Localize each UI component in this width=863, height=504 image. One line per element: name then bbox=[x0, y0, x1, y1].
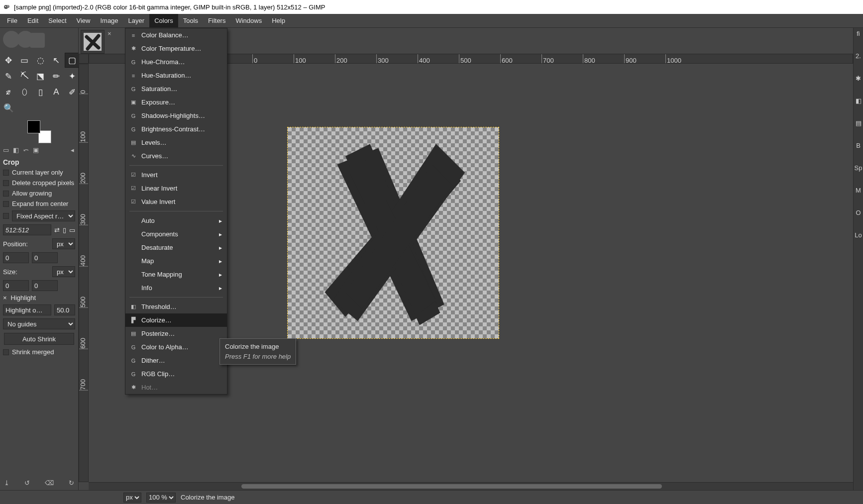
menu-layer[interactable]: Layer bbox=[123, 14, 150, 27]
landscape-icon[interactable]: ▭ bbox=[69, 226, 75, 234]
menu-filters[interactable]: Filters bbox=[203, 14, 230, 27]
menu-item-brightness-contrast[interactable]: GBrightness-Contrast… bbox=[125, 122, 227, 136]
status-zoom-select[interactable]: 100 % bbox=[146, 493, 176, 503]
menu-item-rgb-clip[interactable]: GRGB Clip… bbox=[125, 367, 227, 381]
mini-icon[interactable]: ▭ bbox=[2, 146, 10, 154]
tool-button[interactable]: ✎ bbox=[1, 69, 16, 84]
fixed-select[interactable]: Fixed Aspect r… bbox=[12, 210, 75, 221]
save-options-icon[interactable]: ⤓ bbox=[4, 479, 9, 487]
size-h[interactable] bbox=[32, 280, 58, 291]
option-checkbox[interactable] bbox=[3, 201, 9, 207]
fixed-checkbox[interactable] bbox=[3, 213, 9, 219]
tool-button[interactable]: ⬔ bbox=[33, 69, 48, 84]
menu-item-components[interactable]: Components▸ bbox=[125, 227, 227, 241]
mini-icon[interactable]: ◂ bbox=[68, 146, 76, 154]
mini-icon[interactable]: ▣ bbox=[32, 146, 40, 154]
tool-button[interactable]: ▭ bbox=[17, 53, 32, 68]
tool-button[interactable]: ◌ bbox=[33, 53, 48, 68]
dock-tab-sliver[interactable]: 2. bbox=[856, 52, 861, 60]
dock-tab-sliver[interactable]: Sp bbox=[855, 164, 863, 172]
tool-button[interactable]: A bbox=[49, 85, 64, 100]
menu-select[interactable]: Select bbox=[43, 14, 71, 27]
menu-item-curves[interactable]: ∿Curves… bbox=[125, 149, 227, 163]
status-unit-select[interactable]: px bbox=[123, 493, 141, 503]
menu-colors[interactable]: Colors bbox=[149, 14, 178, 27]
reset-options-icon[interactable]: ↻ bbox=[69, 479, 74, 487]
menu-item-threshold[interactable]: ◧Threshold… bbox=[125, 300, 227, 313]
menu-item-info[interactable]: Info▸ bbox=[125, 281, 227, 295]
menu-item-shadows-highlights[interactable]: GShadows-Highlights… bbox=[125, 109, 227, 122]
position-x[interactable] bbox=[3, 252, 29, 263]
tool-button[interactable]: ⬯ bbox=[17, 85, 32, 100]
menu-tools[interactable]: Tools bbox=[178, 14, 203, 27]
menu-edit[interactable]: Edit bbox=[22, 14, 43, 27]
menu-item-desaturate[interactable]: Desaturate▸ bbox=[125, 241, 227, 254]
position-y[interactable] bbox=[32, 252, 58, 263]
mini-icon[interactable]: ⤺ bbox=[22, 146, 30, 154]
dock-tab-sliver[interactable]: O bbox=[856, 209, 861, 216]
restore-options-icon[interactable]: ↺ bbox=[24, 479, 30, 487]
aspect-field[interactable] bbox=[3, 224, 51, 235]
guides-select[interactable]: No guides bbox=[3, 318, 75, 329]
tool-button[interactable]: ⸙ bbox=[1, 85, 16, 100]
mini-icon[interactable]: ◧ bbox=[12, 146, 20, 154]
scrollbar-thumb[interactable] bbox=[241, 484, 662, 489]
option-checkbox[interactable] bbox=[3, 180, 9, 186]
canvas-horizontal-scrollbar[interactable] bbox=[89, 482, 853, 490]
image-tab[interactable] bbox=[81, 30, 105, 54]
tool-button[interactable]: ✏ bbox=[49, 69, 64, 84]
position-unit[interactable]: px bbox=[52, 238, 75, 249]
highlight-opt-field[interactable] bbox=[3, 304, 51, 315]
size-unit[interactable]: px bbox=[52, 266, 75, 277]
tool-button[interactable]: 🔍 bbox=[1, 101, 16, 115]
menu-item-color-to-alpha[interactable]: GColor to Alpha… bbox=[125, 340, 227, 354]
menu-image[interactable]: Image bbox=[95, 14, 123, 27]
dock-tab-sliver[interactable]: fi bbox=[857, 30, 860, 37]
menu-item-saturation[interactable]: GSaturation… bbox=[125, 82, 227, 96]
menu-item-hue-chroma[interactable]: GHue-Chroma… bbox=[125, 55, 227, 69]
size-w[interactable] bbox=[3, 280, 29, 291]
dock-tab-sliver[interactable]: Lo bbox=[855, 231, 862, 239]
tool-button[interactable]: ▢ bbox=[65, 53, 80, 68]
dock-tab-sliver[interactable]: M bbox=[856, 187, 861, 194]
menu-item-auto[interactable]: Auto▸ bbox=[125, 214, 227, 227]
fg-color-swatch[interactable] bbox=[27, 120, 40, 133]
menu-item-levels[interactable]: ▤Levels… bbox=[125, 136, 227, 149]
ruler-origin-button[interactable] bbox=[79, 54, 89, 64]
tool-button[interactable]: ↖ bbox=[49, 53, 64, 68]
menu-item-posterize[interactable]: ▤Posterize… bbox=[125, 327, 227, 340]
menu-help[interactable]: Help bbox=[267, 14, 290, 27]
auto-shrink-button[interactable]: Auto Shrink bbox=[4, 333, 74, 345]
menu-view[interactable]: View bbox=[72, 14, 96, 27]
swap-icon[interactable]: ⇄ bbox=[54, 226, 60, 234]
dock-tab-sliver[interactable]: B bbox=[856, 142, 861, 149]
delete-options-icon[interactable]: ⌫ bbox=[45, 479, 54, 487]
menu-item-map[interactable]: Map▸ bbox=[125, 254, 227, 268]
tool-button[interactable]: ✥ bbox=[1, 53, 16, 68]
canvas-layer[interactable] bbox=[288, 127, 499, 338]
menu-item-color-balance[interactable]: ≡Color Balance… bbox=[125, 28, 227, 42]
menu-file[interactable]: File bbox=[2, 14, 22, 27]
tool-button[interactable]: ✐ bbox=[65, 85, 80, 100]
menu-item-tone-mapping[interactable]: Tone Mapping▸ bbox=[125, 268, 227, 281]
menu-item-exposure[interactable]: ▣Exposure… bbox=[125, 96, 227, 109]
dock-tab-sliver[interactable]: ▤ bbox=[856, 119, 862, 127]
highlight-close-icon[interactable]: × bbox=[3, 294, 7, 302]
option-checkbox[interactable] bbox=[3, 191, 9, 197]
menu-item-hue-saturation[interactable]: ≡Hue-Saturation… bbox=[125, 69, 227, 82]
menu-item-invert[interactable]: ☑Invert bbox=[125, 168, 227, 182]
shrink-merged-checkbox[interactable] bbox=[3, 349, 9, 355]
tool-button[interactable]: ✦ bbox=[65, 69, 80, 84]
portrait-icon[interactable]: ▯ bbox=[63, 226, 66, 234]
menu-item-colorize[interactable]: ▛Colorize… bbox=[125, 313, 227, 327]
tab-close-icon[interactable]: × bbox=[108, 30, 111, 37]
menu-item-linear-invert[interactable]: ☑Linear Invert bbox=[125, 182, 227, 195]
vertical-ruler[interactable]: 0100200300400500600700 bbox=[79, 64, 89, 482]
tool-button[interactable]: ▯ bbox=[33, 85, 48, 100]
tool-button[interactable]: ⛏ bbox=[17, 69, 32, 84]
dock-tab-sliver[interactable]: ◧ bbox=[856, 97, 862, 104]
option-checkbox[interactable] bbox=[3, 170, 9, 176]
menu-windows[interactable]: Windows bbox=[230, 14, 267, 27]
menu-item-value-invert[interactable]: ☑Value Invert bbox=[125, 195, 227, 208]
fgbg-swatch[interactable] bbox=[24, 120, 54, 143]
